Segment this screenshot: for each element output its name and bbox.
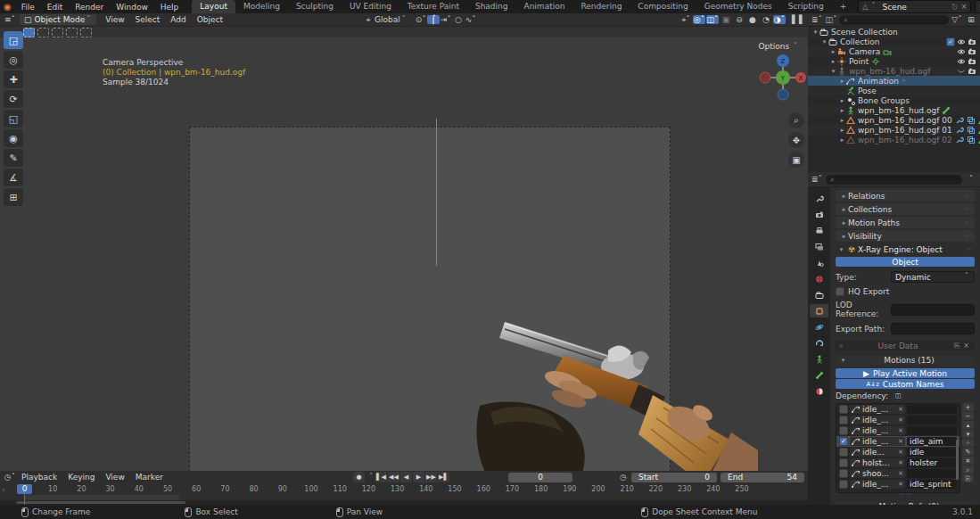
zoom-icon[interactable]: ⌕ bbox=[788, 112, 804, 128]
render-visibility-icon[interactable] bbox=[967, 57, 977, 66]
menu-file[interactable]: File bbox=[15, 3, 41, 12]
outliner-row-wpn-bm-16-hud-ogf-00[interactable]: ▸wpn_bm-16_hud.ogf 00 bbox=[808, 115, 980, 125]
properties-tab-render[interactable] bbox=[810, 208, 828, 221]
outliner-row-collection[interactable]: ▾Collection✓ bbox=[808, 37, 980, 46]
outliner-row-pose[interactable]: Pose bbox=[808, 86, 980, 95]
properties-tab-object[interactable] bbox=[810, 304, 828, 317]
render-visibility-icon[interactable] bbox=[967, 37, 977, 46]
visibility-eye-icon[interactable] bbox=[956, 57, 967, 66]
select-mode-invert[interactable] bbox=[66, 28, 78, 37]
filter-object-icon[interactable]: ◫˟ bbox=[825, 15, 837, 24]
viewport-menu-view[interactable]: View bbox=[100, 15, 129, 24]
select-mode-subtract[interactable] bbox=[52, 28, 63, 37]
unlink-icon[interactable]: ✕ bbox=[898, 438, 903, 445]
motion-name-pill[interactable]: idle_...✕ bbox=[850, 405, 905, 414]
panel-expand-icon[interactable]: › bbox=[2, 485, 5, 494]
collapse-icon[interactable]: ▾ bbox=[820, 38, 828, 45]
tab-layout[interactable]: Layout bbox=[192, 0, 235, 13]
motion-export-name-field[interactable]: idle bbox=[907, 448, 957, 457]
outliner-item-label[interactable]: Pose bbox=[858, 86, 877, 95]
panel-collections[interactable]: ▸Collections⁘ bbox=[836, 203, 975, 215]
expand-icon[interactable]: ▸ bbox=[838, 136, 846, 144]
tool-move[interactable]: ✚ bbox=[4, 70, 23, 88]
menu-render[interactable]: Render bbox=[69, 3, 110, 12]
outliner-item-label[interactable]: Point bbox=[849, 57, 869, 66]
tab-shading[interactable]: Shading bbox=[467, 0, 516, 13]
editor-type-icon[interactable]: ≣˟ bbox=[811, 175, 823, 184]
motion-row-0[interactable]: idle_...✕ bbox=[836, 404, 959, 415]
unlink-icon[interactable]: ✕ bbox=[898, 416, 903, 424]
motion-row-2[interactable]: idle_...✕ bbox=[836, 425, 959, 436]
motion-name-pill[interactable]: idle_...✕ bbox=[850, 437, 905, 446]
outliner-row-wpn-bm-16-hud-ogf[interactable]: ▾wpn_bm-16_hud.ogf bbox=[808, 66, 980, 76]
add-motion-button[interactable]: + bbox=[962, 403, 974, 411]
blender-logo-icon[interactable]: ◉ bbox=[4, 2, 12, 12]
outliner-item-label[interactable]: wpn_bm-16_hud.ogf 00 bbox=[858, 116, 952, 125]
properties-tab-view-layer[interactable] bbox=[810, 240, 828, 253]
motion-export-checkbox[interactable] bbox=[839, 448, 848, 457]
scene-name[interactable]: Scene bbox=[877, 3, 950, 12]
tool-measure[interactable]: ∡ bbox=[4, 169, 23, 186]
xray-object-tab-button[interactable]: Object bbox=[836, 257, 975, 267]
properties-tab-physics[interactable] bbox=[810, 320, 828, 334]
clean-button[interactable]: ✎ bbox=[962, 448, 974, 456]
panel-motion-paths[interactable]: ▸Motion Paths⁘ bbox=[836, 217, 975, 228]
outliner-row-wpn-bm-16-hud-ogf[interactable]: ▸wpn_bm-16_hud.ogf bbox=[808, 105, 980, 115]
tab-rendering[interactable]: Rendering bbox=[572, 0, 630, 13]
outliner-search-input[interactable]: ⌕ bbox=[839, 15, 949, 25]
motion-export-checkbox[interactable] bbox=[839, 469, 848, 478]
motion-row-4[interactable]: idle...✕idle bbox=[836, 447, 959, 457]
motion-name-pill[interactable]: idle_...✕ bbox=[850, 480, 905, 489]
close-icon[interactable]: × bbox=[959, 3, 969, 11]
camera-view-icon[interactable]: ▣ bbox=[788, 152, 804, 168]
editor-type-icon[interactable]: ◷˟ bbox=[4, 473, 16, 482]
motion-export-name-field[interactable] bbox=[907, 405, 957, 414]
properties-tab-world[interactable] bbox=[810, 272, 828, 285]
viewport-menu-select[interactable]: Select bbox=[130, 15, 166, 24]
timeline-menu-keying[interactable]: Keying bbox=[62, 473, 100, 482]
viewport-canvas[interactable]: Camera Perspective (0) Collection | wpn_… bbox=[0, 37, 808, 471]
menu-window[interactable]: Window bbox=[110, 3, 154, 12]
display-mode-icon[interactable]: ≣˟ bbox=[811, 15, 823, 24]
outliner-row-wpn-bm-16-hud-ogf-01[interactable]: ▸wpn_bm-16_hud.ogf 01 bbox=[808, 125, 980, 135]
expand-icon[interactable]: ▸ bbox=[829, 48, 837, 55]
xray-panel-header[interactable]: ▾ ☢ X-Ray Engine: Object ⁘ bbox=[836, 243, 975, 255]
timeline-menu-view[interactable]: View bbox=[100, 473, 129, 482]
outliner-item-label[interactable]: Animation bbox=[858, 77, 899, 86]
visibility-eye-closed-icon[interactable] bbox=[956, 67, 967, 76]
tool-cursor[interactable]: ◎ bbox=[4, 51, 23, 69]
motion-export-checkbox[interactable] bbox=[839, 426, 848, 435]
expand-icon[interactable]: ▸ bbox=[838, 97, 846, 104]
jump-to-end-button[interactable]: ▶▌ bbox=[438, 472, 449, 482]
motion-row-1[interactable]: idle_...✕ bbox=[836, 415, 959, 425]
motion-name-pill[interactable]: shoo...✕ bbox=[850, 469, 905, 478]
outliner-row-wpn-bm-16-hud-ogf-02[interactable]: ▸wpn_bm-16_hud.ogf 02 bbox=[808, 135, 980, 144]
motion-export-checkbox[interactable] bbox=[839, 458, 848, 467]
properties-search-input[interactable]: ⌕ bbox=[826, 175, 962, 185]
expand-icon[interactable]: ▸ bbox=[838, 127, 846, 134]
move-up-button[interactable]: ▴ bbox=[962, 421, 974, 429]
tab-compositing[interactable]: Compositing bbox=[630, 0, 696, 13]
pan-hand-icon[interactable]: ✥ bbox=[788, 132, 804, 148]
timeline-ruler[interactable]: › 10203040506070809010011012013014015016… bbox=[0, 483, 808, 505]
motions-panel-header[interactable]: ▾ Motions (15) bbox=[836, 356, 975, 365]
properties-tab-scene[interactable] bbox=[810, 256, 828, 269]
play-button[interactable]: ▶ bbox=[413, 472, 424, 482]
expand-icon[interactable]: ▸ bbox=[829, 58, 837, 65]
motion-export-name-field[interactable]: idle_sprint bbox=[907, 480, 957, 489]
close-icon[interactable]: × bbox=[961, 342, 971, 350]
visibility-eye-icon[interactable] bbox=[956, 37, 967, 46]
lod-reference-input[interactable] bbox=[891, 304, 975, 316]
select-mode-set[interactable] bbox=[23, 28, 35, 37]
viewport-menu-object[interactable]: Object bbox=[192, 15, 228, 24]
panel-relations[interactable]: ▸Relations⁘ bbox=[836, 190, 975, 202]
timeline-menu-marker[interactable]: Marker bbox=[130, 473, 169, 482]
playhead[interactable]: 0 bbox=[17, 484, 32, 494]
motion-row-3[interactable]: ✓idle_...✕idle_aim bbox=[836, 436, 959, 447]
tool-transform[interactable]: ◉ bbox=[4, 129, 23, 147]
motion-export-checkbox[interactable] bbox=[839, 480, 848, 489]
properties-tab-data[interactable] bbox=[810, 352, 828, 366]
motion-row-7[interactable]: idle_...✕idle_sprint bbox=[836, 479, 959, 490]
outliner-item-label[interactable]: wpn_bm-16_hud.ogf 01 bbox=[858, 126, 952, 135]
viewport-menu-add[interactable]: Add bbox=[165, 15, 191, 24]
